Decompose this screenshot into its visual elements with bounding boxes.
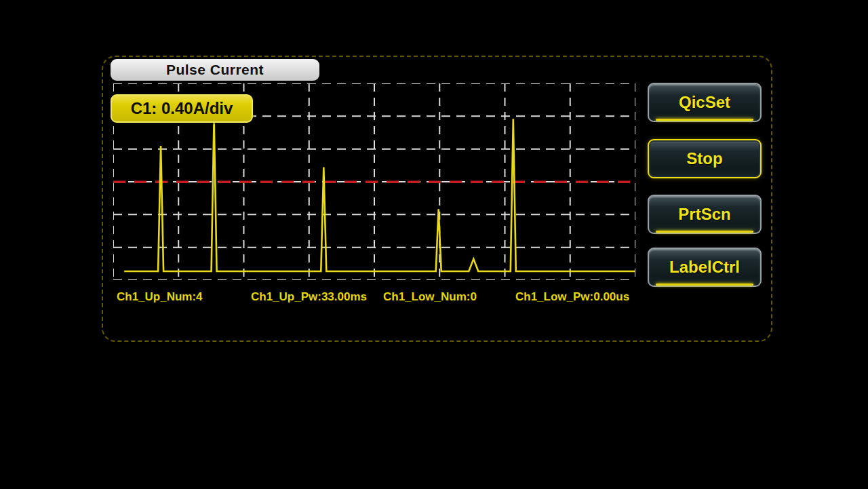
stat-up-num: Ch1_Up_Num:4 xyxy=(117,290,203,304)
prtscn-button[interactable]: PrtScn xyxy=(648,195,762,234)
bottom-status-bar: R 12.000V 12.00V 0.145A 3.00A OVP OCP xyxy=(0,339,868,448)
pulse-stats-row: Ch1_Up_Num:4 Ch1_Up_Pw:33.00ms Ch1_Low_N… xyxy=(113,290,635,305)
stop-button[interactable]: Stop xyxy=(648,139,762,178)
stat-low-pw: Ch1_Low_Pw:0.00us xyxy=(515,290,629,304)
channel-scale-badge[interactable]: C1: 0.40A/div xyxy=(111,94,253,123)
qicset-button[interactable]: QicSet xyxy=(648,83,762,122)
tab-pulse-current[interactable]: Pulse Current xyxy=(111,59,319,81)
labelctrl-button[interactable]: LabelCtrl xyxy=(648,248,762,287)
instrument-screen: Pulse Current C1: 0.40A/div Ch1_Up_Num:4… xyxy=(0,0,868,489)
stat-low-num: Ch1_Low_Num:0 xyxy=(383,290,477,304)
stat-up-pw: Ch1_Up_Pw:33.00ms xyxy=(251,290,367,304)
